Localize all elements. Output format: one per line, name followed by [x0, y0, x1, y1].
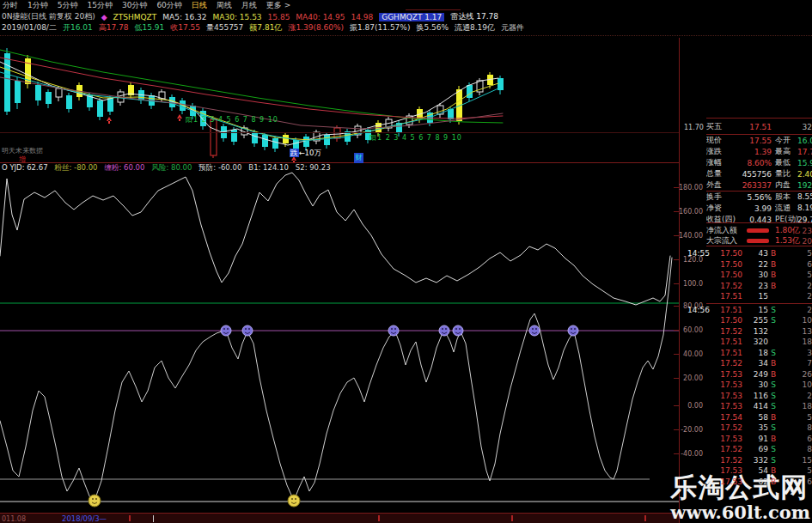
candle-body: [448, 109, 454, 119]
tick-volume: 22: [742, 260, 768, 269]
tick-volume: 15: [742, 292, 768, 301]
candle-body: [66, 95, 72, 109]
tick-extra: 5: [778, 413, 812, 422]
quote-value-2: 2.40: [797, 170, 812, 179]
tick-extra: 2: [778, 282, 812, 290]
candle-body: [324, 135, 330, 145]
tick-price: 17.54: [713, 413, 742, 422]
tick-side: B: [768, 249, 778, 258]
axis-red-tick: [129, 515, 131, 521]
quote-row-换手: 换手5.56%股本8.55亿: [706, 192, 812, 203]
quote-value: 0.443: [736, 216, 772, 224]
quote-value-2: 8.55亿: [797, 192, 812, 203]
tick-row: 17.5223B2: [687, 281, 812, 291]
tick-row: 17.5354B5: [687, 465, 812, 476]
tick-extra: 10: [778, 380, 812, 389]
quote-label: 净资: [706, 203, 736, 214]
flow-extra: 20: [800, 237, 812, 246]
tick-side: B: [768, 282, 778, 290]
tick-side: B: [768, 260, 778, 269]
quote-value: 1.39: [736, 148, 772, 156]
tick-row: 17.53414S18: [687, 401, 812, 411]
purple-smiley-marker: [388, 325, 399, 336]
tick-row: 17.52332S15: [687, 455, 812, 465]
tick-volume: 58: [742, 413, 768, 422]
indicator-header-token-0: O YJD: 62.67: [2, 163, 48, 173]
ma-yellow: [0, 67, 498, 140]
tick-extra: 8: [778, 445, 812, 453]
quote-value: 3.99: [736, 204, 772, 213]
candle-body: [303, 137, 309, 147]
tick-price: 17.52: [713, 445, 742, 453]
purple-smiley-marker: [568, 325, 578, 336]
yellow-smiley-marker: [288, 495, 300, 507]
tick-volume: 54: [742, 466, 768, 475]
tick-row: 17.5118S3: [687, 348, 812, 358]
tick-row: 17.5362B6: [687, 477, 812, 487]
indicator-header-token-4: 预防: -60.00: [198, 163, 241, 173]
purple-smiley-marker: [242, 325, 253, 336]
tick-side: S: [768, 316, 778, 325]
tick-price: 17.52: [713, 282, 742, 290]
tick-row: 17.50255S10: [687, 315, 812, 325]
tick-price: 17.53: [713, 466, 742, 475]
purple-smiley-marker: [221, 325, 231, 336]
quote-label: 现价: [706, 135, 736, 146]
indicator-header-token-5: B1: 124.10: [248, 163, 289, 173]
indicator-slow-curve: [0, 258, 672, 501]
purple-smiley-eye: [442, 328, 443, 330]
tick-side: B: [768, 477, 778, 486]
tick-extra: 2: [778, 306, 812, 314]
tick-side: S: [768, 380, 778, 389]
tick-side: B: [768, 370, 778, 379]
tick-volume: 43: [742, 249, 768, 258]
candle-body: [262, 135, 268, 147]
quote-value-2: 192419: [797, 181, 812, 190]
tick-price: 17.53: [713, 477, 742, 486]
tick-volume: 15: [742, 306, 768, 314]
tick-row: 17.5330S10: [687, 380, 812, 390]
axis-left-text: 011.08: [2, 515, 26, 523]
tick-row: 14:5517.5043B5: [687, 248, 812, 258]
tick-price: 17.50: [713, 316, 742, 325]
tick-side: B: [768, 271, 778, 279]
quote-label-2: 最高: [775, 146, 797, 157]
tick-volume: 414: [742, 402, 768, 410]
tick-extra: 13: [778, 327, 812, 336]
main-chart-canvas[interactable]: [0, 0, 679, 523]
tick-side: S: [768, 456, 778, 465]
purple-smiley-eye: [445, 328, 447, 330]
tick-row: 17.53249B26: [687, 369, 812, 380]
quote-value: 263337: [736, 181, 772, 190]
tick-volume: 35: [742, 423, 768, 432]
candle-body: [97, 100, 103, 117]
yellow-smiley-eye: [291, 498, 293, 500]
axis-white-tick: [153, 515, 154, 522]
tick-row: 17.5030B5: [687, 270, 812, 280]
drop-note-text: ←10万: [299, 149, 321, 157]
quote-row-外盘: 外盘263337内盘192419: [706, 179, 812, 191]
tick-extra: 3: [778, 349, 812, 357]
indicator-header: O YJD: 62.67粉丝: -80.00缠粉: 60.00风险: 80.00…: [2, 163, 331, 173]
tick-volume: 116: [742, 392, 768, 400]
tick-price: 17.51: [713, 349, 742, 357]
purple-smiley-eye: [532, 328, 534, 330]
sidebar-separator: [706, 118, 812, 119]
flow-row-大宗流入: 大宗流入1.53亿20: [706, 235, 812, 246]
quote-label-2: 股本: [775, 192, 797, 203]
trading-app-window: 分时1分钟5分钟15分钟30分钟60分钟日线周线月线更多 > 0N捷能(日线 前…: [0, 0, 812, 523]
tick-row: 17.5022B6: [687, 259, 812, 270]
quote-value: 17.51: [736, 123, 772, 131]
purple-smiley-eye: [391, 328, 393, 330]
candle-body: [107, 98, 113, 112]
tick-price: 17.51: [713, 306, 742, 314]
tick-volume: 30: [742, 271, 768, 279]
candle-body: [252, 132, 258, 143]
indicator-header-token-6: S2: 90.23: [296, 163, 331, 173]
quote-value-2: 16.01: [797, 137, 812, 145]
quote-row-收益(四): 收益(四)0.443PE(动)29.7: [706, 214, 812, 225]
tick-row: 17.5391B6: [687, 434, 812, 444]
purple-smiley-eye: [248, 328, 250, 330]
indicator-header-token-3: 风险: 80.00: [151, 163, 192, 173]
quote-value: 17.55: [736, 137, 772, 145]
